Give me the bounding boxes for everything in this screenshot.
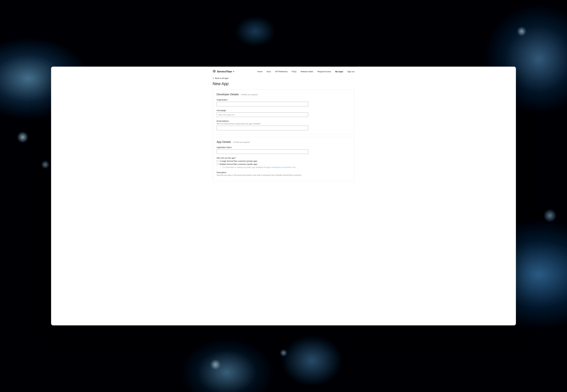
radio-private-app[interactable] <box>217 160 219 162</box>
brand-logo[interactable]: ServiceTitan® <box>213 70 234 73</box>
chevron-left-icon <box>213 77 214 79</box>
nav-home[interactable]: Home <box>257 70 263 73</box>
page-title: New App <box>213 82 354 86</box>
nav-api-reference[interactable]: API Reference <box>275 70 288 73</box>
nav-sign-out[interactable]: Sign out <box>347 70 354 73</box>
radio-public-label: Multiple ServiceTitan customers (public … <box>220 163 257 165</box>
app-details-title: App Details <box>217 140 231 144</box>
app-details-note: All fields are required <box>233 141 250 143</box>
radio-private-label: A single ServiceTitan customer (private … <box>220 160 257 162</box>
back-label: Back to all apps <box>215 77 229 79</box>
developer-details-note: All fields are required <box>241 94 258 96</box>
back-to-all-apps[interactable]: Back to all apps <box>213 77 229 79</box>
application-name-label: Application Name <box>217 146 308 148</box>
app-details-card: App Details All fields are required Appl… <box>213 137 354 181</box>
developer-details-title: Developer Details <box>217 93 239 96</box>
homepage-label: Homepage <box>217 109 308 112</box>
marketplace-text: I'm interested in making my public app a… <box>222 166 296 168</box>
main-nav: Home Docs API Reference FAQs Release Not… <box>257 70 354 73</box>
svg-point-1 <box>214 71 214 71</box>
homepage-input[interactable] <box>217 112 308 117</box>
brand-name: ServiceTitan <box>217 70 232 73</box>
email-help: Who can ServiceTitan contact about this … <box>217 123 308 125</box>
nav-docs[interactable]: Docs <box>266 70 271 73</box>
topbar: ServiceTitan® Home Docs API Reference FA… <box>213 67 354 76</box>
radio-public-app[interactable] <box>217 163 219 165</box>
description-help: Describe your app in 100 words and provi… <box>217 174 308 176</box>
organization-label: Organization <box>217 99 308 101</box>
application-name-input[interactable] <box>217 149 308 154</box>
who-use-label: Who will use this app? <box>217 157 308 159</box>
organization-input[interactable] <box>217 102 308 106</box>
svg-point-0 <box>213 70 216 72</box>
nav-release-notes[interactable]: Release Notes <box>301 70 313 73</box>
nav-my-apps[interactable]: My Apps <box>335 70 343 73</box>
app-window: ServiceTitan® Home Docs API Reference FA… <box>51 67 516 325</box>
svg-point-2 <box>215 71 215 71</box>
nav-faqs[interactable]: FAQs <box>292 70 297 73</box>
developer-details-card: Developer Details All fields are require… <box>213 89 354 134</box>
email-input[interactable] <box>217 126 308 130</box>
logo-icon <box>213 70 216 73</box>
marketplace-checkbox[interactable] <box>220 166 221 168</box>
nav-request-access[interactable]: Request Access <box>317 70 331 73</box>
marketplace-link[interactable]: marketplace.servicetitan.com <box>271 166 296 168</box>
email-label: Email Address <box>217 120 308 122</box>
description-label: Description <box>217 171 308 174</box>
